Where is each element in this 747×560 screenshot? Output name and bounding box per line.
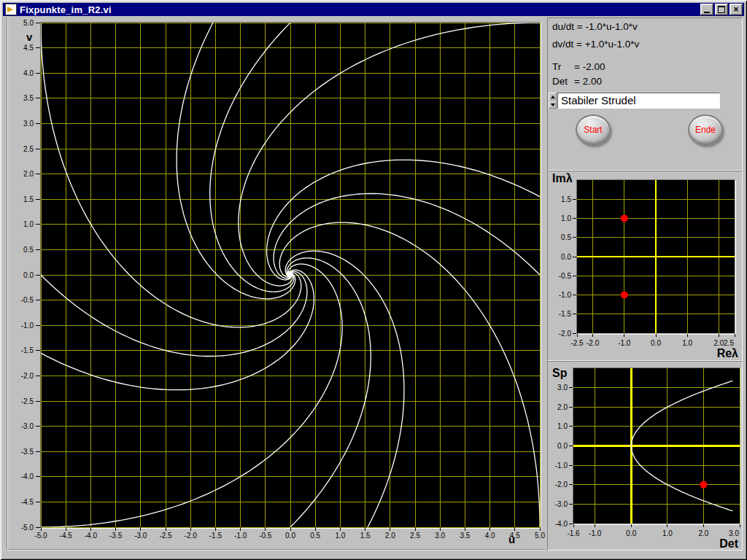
start-button[interactable]: Start — [576, 114, 611, 145]
x-tick-label: 0.0 — [285, 532, 295, 540]
y-tick-label: 1.5 — [23, 195, 34, 203]
y-tick-label: -4.5 — [21, 498, 34, 506]
y-tick-label: 0.0 — [561, 253, 571, 261]
x-tick-label: -3.5 — [109, 532, 123, 540]
x-tick-label: -2.0 — [185, 532, 198, 540]
y-tick-label: -4.0 — [21, 472, 34, 481]
y-tick-label: -1.5 — [559, 310, 572, 318]
x-tick-label: 1.0 — [335, 532, 345, 540]
maximize-button[interactable] — [715, 4, 728, 15]
title-bar[interactable]: Fixpunkte_im_R2.vi × — [3, 3, 744, 16]
x-tick-label: -1.6 — [567, 529, 580, 537]
y-tick-label: 5.0 — [23, 19, 34, 27]
y-tick-label: -1.0 — [559, 291, 572, 299]
trace-det-plot: 3.02.01.00.0-1.0-2.0-3.0-4.0-1.6-1.00.01… — [549, 362, 743, 549]
x-tick-label: 2.0 — [713, 339, 724, 347]
x-tick-label: 2.0 — [385, 532, 395, 540]
data-point-dot — [621, 215, 628, 222]
y-axis-label: Sp — [552, 367, 568, 379]
spinner-down-button[interactable] — [549, 101, 557, 109]
x-tick-label: 2.5 — [724, 339, 734, 347]
x-tick-label: 3.5 — [460, 532, 470, 540]
x-tick-label: -1.0 — [234, 532, 247, 540]
y-tick-label: 0.5 — [561, 233, 571, 241]
y-axis-label: Imλ — [552, 172, 573, 184]
close-icon: × — [733, 6, 738, 13]
y-tick-label: -2.0 — [555, 481, 568, 489]
y-tick-label: -5.0 — [21, 524, 34, 532]
x-tick-label: 1.0 — [662, 529, 673, 537]
fixpoint-type-field[interactable]: Stabiler Strudel — [557, 93, 720, 109]
y-tick-label: 4.0 — [23, 69, 34, 77]
x-tick-label: -4.5 — [60, 532, 73, 540]
ende-button[interactable]: Ende — [688, 114, 723, 145]
y-tick-label: 3.0 — [23, 120, 34, 128]
det-label: Det — [552, 76, 574, 87]
x-axis-label: Det — [719, 537, 738, 549]
equation-du: du/dt = -1.0*u-1.0*v — [552, 21, 638, 32]
x-tick-label: -2.0 — [587, 339, 600, 347]
x-axis-label: Reλ — [717, 347, 738, 359]
y-tick-label: -1.0 — [21, 322, 34, 330]
y-tick-label: -2.5 — [21, 397, 34, 405]
y-tick-label: 1.5 — [561, 195, 571, 203]
x-tick-label: -2.5 — [159, 532, 172, 540]
fixpoint-type-selector: Stabiler Strudel — [549, 93, 720, 109]
y-tick-label: -3.5 — [21, 448, 34, 456]
y-tick-label: -2.0 — [21, 372, 34, 380]
minimize-icon — [704, 12, 710, 13]
x-tick-label: 1.5 — [360, 532, 371, 540]
x-tick-label: -2.5 — [570, 339, 584, 347]
y-tick-label: 3.0 — [557, 384, 568, 392]
x-tick-label: -1.0 — [589, 529, 602, 537]
x-tick-label: -1.0 — [618, 339, 631, 347]
data-point-dot — [621, 292, 628, 299]
x-tick-label: 2.0 — [698, 529, 708, 537]
x-tick-label: 2.5 — [410, 532, 420, 540]
v-axis-label: v — [26, 31, 33, 43]
trace-label: Tr — [552, 61, 574, 72]
eigenvalue-plot: 1.51.00.50.0-0.5-1.0-1.5-2.0-2.5-2.0-1.0… — [549, 172, 743, 359]
det-value: = 2.00 — [574, 76, 602, 87]
x-tick-label: -0.5 — [259, 532, 272, 540]
x-tick-label: 0.0 — [651, 339, 661, 347]
x-tick-label: -1.5 — [209, 532, 222, 540]
y-tick-label: -0.5 — [559, 272, 572, 280]
arrow-up-icon — [551, 96, 555, 98]
y-tick-label: 2.0 — [557, 403, 568, 411]
y-tick-label: -0.5 — [21, 296, 34, 304]
x-tick-label: 3.0 — [729, 529, 739, 537]
y-tick-label: 2.0 — [23, 170, 34, 178]
x-tick-label: -3.0 — [134, 532, 147, 540]
y-tick-label: 3.5 — [23, 94, 34, 102]
window-title: Fixpunkte_im_R2.vi — [20, 4, 112, 15]
y-tick-label: -3.0 — [555, 500, 568, 508]
x-tick-label: 1.0 — [682, 339, 692, 347]
y-tick-label: 1.0 — [23, 220, 34, 228]
selector-spinner — [549, 93, 557, 109]
x-tick-label: 4.0 — [485, 532, 495, 540]
x-tick-label: 5.0 — [535, 532, 545, 540]
minimize-button[interactable] — [700, 4, 713, 15]
y-tick-label: 0.0 — [23, 271, 34, 279]
u-axis-label: u — [508, 533, 515, 545]
y-tick-label: 1.0 — [557, 422, 568, 430]
arrow-down-icon — [551, 104, 555, 106]
spinner-up-button[interactable] — [549, 93, 557, 101]
y-tick-label: -3.0 — [21, 422, 34, 430]
x-tick-label: -5.0 — [34, 532, 47, 540]
y-tick-label: -1.5 — [21, 346, 34, 354]
y-tick-label: 1.0 — [561, 214, 571, 222]
y-tick-label: 4.5 — [23, 44, 34, 52]
maximize-icon — [718, 6, 725, 13]
labview-vi-icon — [5, 4, 17, 15]
trace-value: = -2.00 — [574, 61, 605, 72]
x-tick-label: 0.5 — [310, 532, 320, 540]
y-tick-label: -2.0 — [559, 330, 572, 338]
labview-window: Fixpunkte_im_R2.vi × 5.04.54.03.53.02.52… — [0, 0, 747, 560]
fixed-point-dot — [287, 271, 293, 278]
det-readout: Det= 2.00 — [552, 76, 602, 87]
close-button[interactable]: × — [729, 4, 743, 15]
x-tick-label: 3.0 — [435, 532, 445, 540]
y-tick-label: 0.5 — [23, 246, 34, 254]
